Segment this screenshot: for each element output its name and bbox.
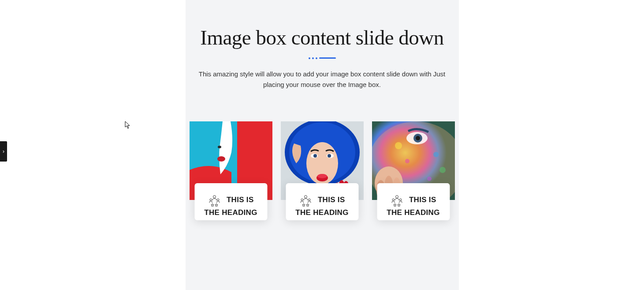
image-box-2-card: THIS IS THE HEADING	[286, 183, 358, 220]
svg-point-13	[313, 154, 317, 158]
image-box-3[interactable]: THIS IS THE HEADING	[372, 121, 455, 200]
team-rating-icon	[299, 196, 314, 203]
page-scroll-area[interactable]: Image box content slide down This amazin…	[0, 0, 644, 290]
svg-point-23	[301, 199, 303, 201]
svg-point-29	[416, 136, 420, 140]
svg-point-40	[392, 199, 395, 201]
svg-point-37	[405, 159, 409, 163]
image-box-2[interactable]: THIS IS THE HEADING	[281, 121, 364, 200]
svg-point-34	[395, 142, 402, 149]
chevron-right-icon: ›	[3, 148, 4, 154]
svg-point-24	[308, 199, 310, 201]
svg-point-4	[213, 196, 216, 198]
svg-point-6	[217, 199, 219, 201]
team-rating-icon	[390, 196, 405, 203]
page-subtitle: This amazing style will allow you to add…	[199, 69, 446, 91]
svg-point-5	[210, 199, 212, 201]
svg-point-14	[328, 154, 331, 158]
svg-point-22	[304, 196, 307, 198]
team-rating-icon	[208, 196, 223, 203]
svg-point-39	[395, 196, 398, 198]
svg-point-35	[433, 152, 439, 157]
svg-point-38	[427, 177, 432, 181]
image-box-3-card: THIS IS THE HEADING	[377, 183, 450, 220]
image-boxes-row: THIS IS THE HEADING	[199, 121, 446, 200]
side-panel-toggle[interactable]: ›	[0, 141, 7, 162]
svg-point-36	[439, 167, 446, 173]
image-box-1[interactable]: THIS IS THE HEADING	[190, 121, 272, 200]
heading-section: Image box content slide down This amazin…	[199, 26, 446, 90]
svg-point-41	[399, 199, 402, 201]
content-container: Image box content slide down This amazin…	[186, 0, 459, 290]
page-title: Image box content slide down	[199, 26, 446, 49]
svg-point-16	[317, 174, 327, 178]
svg-point-2	[217, 156, 225, 162]
image-box-1-card: THIS IS THE HEADING	[194, 183, 267, 220]
svg-point-3	[218, 146, 221, 148]
title-divider	[199, 57, 446, 59]
